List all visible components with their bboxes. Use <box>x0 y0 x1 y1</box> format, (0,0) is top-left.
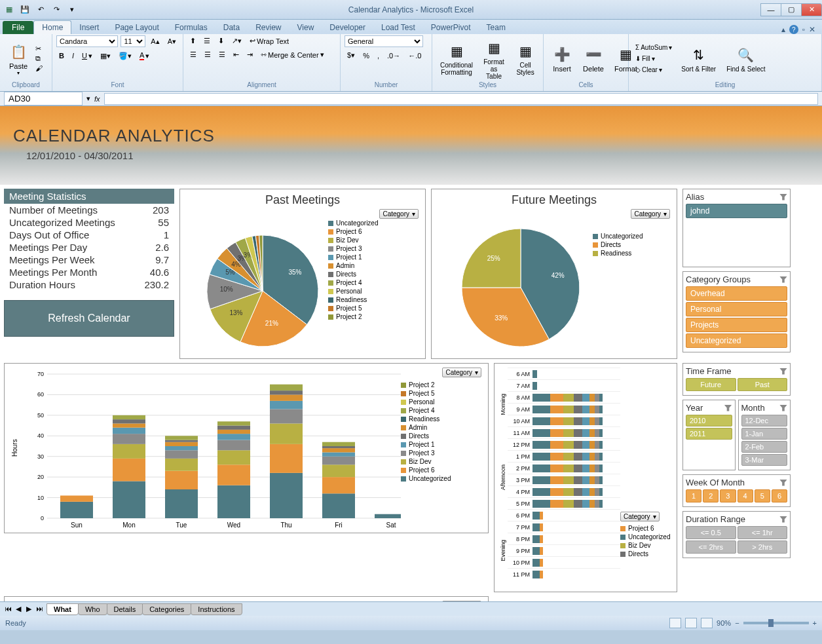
tab-view[interactable]: View <box>290 21 322 34</box>
month-dec[interactable]: 12-Dec <box>741 415 788 426</box>
sheet-tab-details[interactable]: Details <box>107 603 143 615</box>
underline-button[interactable]: U▾ <box>79 50 95 62</box>
week-item[interactable]: 5 <box>755 489 770 502</box>
fx-icon[interactable]: fx <box>90 95 104 103</box>
timeframe-past[interactable]: Past <box>738 378 788 391</box>
italic-button[interactable]: I <box>69 50 77 62</box>
merge-center-button[interactable]: ⇿ Merge & Center▾ <box>258 49 327 60</box>
month-feb[interactable]: 2-Feb <box>741 441 788 453</box>
refresh-calendar-button[interactable]: Refresh Calendar <box>4 300 174 337</box>
border-button[interactable]: ▦▾ <box>98 50 113 62</box>
inc-decimal-icon[interactable]: .0→ <box>384 50 403 61</box>
redo-icon[interactable]: ↷ <box>50 3 63 16</box>
timeframe-future[interactable]: Future <box>686 378 736 391</box>
view-layout-button[interactable] <box>685 618 697 628</box>
tab-insert[interactable]: Insert <box>71 21 107 34</box>
filter-icon[interactable] <box>779 368 787 375</box>
copy-icon[interactable]: ⧉ <box>35 54 43 63</box>
duration-1[interactable]: <= 1hr <box>738 526 788 539</box>
qat-more-icon[interactable]: ▾ <box>65 3 79 16</box>
month-mar[interactable]: 3-Mar <box>741 454 788 466</box>
filter-icon[interactable] <box>779 276 787 283</box>
sheet-nav-last[interactable]: ⏭ <box>34 605 45 613</box>
catgroup-item[interactable]: Projects <box>686 318 787 332</box>
zoom-slider[interactable] <box>743 622 809 624</box>
name-box[interactable] <box>4 92 83 105</box>
align-left-icon[interactable]: ☰ <box>187 49 199 60</box>
filter-icon[interactable] <box>779 516 787 523</box>
maximize-button[interactable]: ▢ <box>781 3 802 16</box>
undo-icon[interactable]: ↶ <box>34 3 47 16</box>
fill-color-button[interactable]: 🪣▾ <box>116 50 134 62</box>
view-break-button[interactable] <box>701 618 713 628</box>
file-tab[interactable]: File <box>3 21 33 34</box>
find-select-button[interactable]: 🔍Find & Select <box>722 43 769 74</box>
align-bottom-icon[interactable]: ⬇ <box>215 35 227 47</box>
catgroup-item[interactable]: Personal <box>686 302 787 316</box>
close-button[interactable]: ✕ <box>801 3 822 16</box>
sheet-tab-what[interactable]: What <box>47 603 79 615</box>
hourly-category-dropdown[interactable]: Category ▾ <box>620 512 660 521</box>
alias-item[interactable]: johnd <box>686 204 787 218</box>
help-icon[interactable]: ? <box>789 25 798 34</box>
sheet-tab-instructions[interactable]: Instructions <box>191 603 242 615</box>
paste-button[interactable]: 📋 Paste ▾ <box>4 40 33 77</box>
week-item[interactable]: 2 <box>703 489 719 502</box>
sheet-nav-prev[interactable]: ◀ <box>13 605 24 613</box>
align-middle-icon[interactable]: ☰ <box>201 35 213 47</box>
filter-icon[interactable] <box>779 480 787 486</box>
zoom-out-button[interactable]: − <box>735 619 739 627</box>
tab-powerpivot[interactable]: PowerPivot <box>423 21 479 34</box>
fill-button[interactable]: ⬇ Fill▾ <box>633 54 675 64</box>
align-center-icon[interactable]: ☰ <box>202 49 214 60</box>
tab-developer[interactable]: Developer <box>322 21 373 34</box>
save-icon[interactable]: 💾 <box>18 3 31 16</box>
month-jan[interactable]: 1-Jan <box>741 428 788 440</box>
font-size-select[interactable]: 11 <box>121 35 145 47</box>
duration-gt2[interactable]: > 2hrs <box>738 540 788 554</box>
font-color-button[interactable]: A▾ <box>137 50 152 62</box>
shrink-font-icon[interactable]: A▾ <box>165 35 179 47</box>
year-2010[interactable]: 2010 <box>686 415 732 426</box>
catgroup-item[interactable]: Overhead <box>686 286 787 301</box>
view-normal-button[interactable] <box>669 618 681 628</box>
tab-load-test[interactable]: Load Test <box>373 21 423 34</box>
filter-icon[interactable] <box>779 405 787 411</box>
filter-icon[interactable] <box>724 405 732 411</box>
year-2011[interactable]: 2011 <box>686 428 732 440</box>
insert-cells-button[interactable]: ➕Insert <box>548 43 576 74</box>
week-item[interactable]: 6 <box>772 489 787 502</box>
delete-cells-button[interactable]: ➖Delete <box>579 43 608 74</box>
tab-data[interactable]: Data <box>215 21 248 34</box>
clear-button[interactable]: ◇ Clear▾ <box>633 65 675 75</box>
indent-dec-icon[interactable]: ⇤ <box>231 49 242 60</box>
ribbon-minimize-icon[interactable]: ▴ <box>781 25 785 34</box>
autosum-button[interactable]: Σ AutoSum▾ <box>633 43 675 52</box>
tab-review[interactable]: Review <box>248 21 289 34</box>
sheet-tab-who[interactable]: Who <box>78 603 107 615</box>
filter-icon[interactable] <box>779 194 787 200</box>
cell-styles-button[interactable]: ▦Cell Styles <box>511 39 540 77</box>
formula-input[interactable] <box>104 93 818 105</box>
orientation-icon[interactable]: ↗▾ <box>229 35 244 47</box>
align-right-icon[interactable]: ☰ <box>216 49 228 60</box>
tab-team[interactable]: Team <box>479 21 514 34</box>
weekly-category-dropdown[interactable]: Category ▾ <box>442 368 481 377</box>
tab-page-layout[interactable]: Page Layout <box>107 21 166 34</box>
doc-close-icon[interactable]: ✕ <box>809 25 815 34</box>
indent-inc-icon[interactable]: ⇥ <box>244 49 255 60</box>
week-item[interactable]: 1 <box>686 489 701 502</box>
sheet-nav-next[interactable]: ▶ <box>24 605 34 613</box>
dec-decimal-icon[interactable]: ←.0 <box>405 50 424 61</box>
number-format-select[interactable]: General <box>345 35 423 47</box>
format-table-button[interactable]: ▦Format as Table <box>479 36 508 81</box>
doc-restore-icon[interactable]: ▫ <box>802 25 805 34</box>
lower-category-dropdown[interactable]: Category ▾ <box>442 601 481 601</box>
conditional-formatting-button[interactable]: ▦Conditional Formatting <box>436 39 477 77</box>
week-item[interactable]: 4 <box>738 489 753 502</box>
wrap-text-button[interactable]: ↩ Wrap Text <box>247 35 291 47</box>
tab-home[interactable]: Home <box>33 20 71 34</box>
zoom-in-button[interactable]: + <box>813 619 817 627</box>
sheet-tab-categories[interactable]: Categories <box>142 603 191 615</box>
bold-button[interactable]: B <box>56 50 67 62</box>
